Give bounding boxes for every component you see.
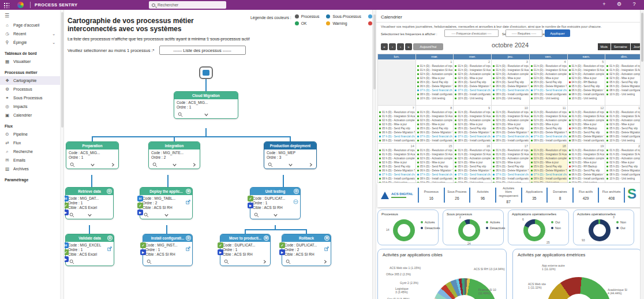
chevron-right-icon[interactable] [322, 259, 328, 264]
calendar-event[interactable]: 07 h (D) - Send financial chart [493, 134, 529, 139]
calendar-event[interactable]: 01 h (D) - Intégration SI Académique [379, 152, 415, 156]
calendar-event[interactable]: 07 h (D) - Send financial chart [417, 88, 453, 92]
calendar-event[interactable]: 01 h (D) - Intégration SI Académique [455, 114, 491, 118]
open-flow-icon[interactable] [186, 196, 190, 207]
calendar-event[interactable]: 06 h (D) - Delete Migration Table 1 [569, 173, 605, 177]
calendar-event[interactable]: 08 h (D) - Install configurations [455, 139, 491, 143]
calendar-day-cell[interactable]: 901 h (D) - Resolution of input data01 h… [454, 106, 492, 144]
sidebar-item-pipeline[interactable]: ⊙Pipeline [0, 130, 60, 139]
sidebar-item-epingle[interactable]: ⚲Épinglé⌄ [0, 38, 60, 47]
calendar-event[interactable]: 02 h (D) - Activation complète [569, 156, 605, 160]
calendar-event[interactable]: 02 h (D) - Activation complète [493, 156, 529, 160]
calendar-day-cell[interactable]: 1901 h (D) - Resolution of input data01 … [568, 144, 606, 183]
calendar-event[interactable]: 06 h (D) - Delete Migration Table 1 [417, 169, 453, 173]
calendar-event[interactable]: 02 h (D) - Mise à jour [417, 76, 453, 80]
process-node-validate-data[interactable]: Validate dataOCode : MIG_EXCELOrdre : 1C… [65, 234, 114, 266]
calendar-day-cell[interactable]: 801 h (D) - Resolution of input data01 h… [416, 106, 454, 144]
calendar-event[interactable]: 01 h (D) - Resolution of input data [531, 64, 567, 68]
calendar-event[interactable]: 08 h (D) - Install configurations [417, 139, 453, 143]
calendar-event[interactable]: 05 h (D) - Send Pay slip [606, 165, 642, 169]
calendar-day-cell[interactable]: 1601 h (D) - Resolution of input data01 … [454, 144, 492, 183]
process-node-move-to-producti[interactable]: Move to producti...MCode : DUPLICAT...Or… [220, 234, 271, 266]
calendar-event[interactable]: 07 h (D) - Send financial chart [493, 88, 529, 92]
calendar-event[interactable]: 01 h (D) - Resolution of input data [606, 148, 642, 152]
calendar-event[interactable]: 02 h (D) - Mise à jour [455, 122, 491, 126]
calendar-event[interactable]: 02 h (D) - Mise à jour [493, 160, 529, 165]
chevron-right-icon[interactable] [261, 259, 267, 264]
calendar-event[interactable]: 07 h (D) - Send financial chart [531, 134, 567, 139]
calendar-event[interactable]: 01 h (D) - Resolution of input data [417, 110, 453, 114]
calendar-event[interactable]: 01 h (D) - Intégration SI Académique [531, 114, 567, 118]
calendar-event[interactable]: 06 h (D) - Delete Migration Table 1 [493, 130, 529, 134]
sidebar-item-archives[interactable]: ▥Archives [0, 165, 60, 173]
calendar-event[interactable]: 02 h (D) - Activation complète [417, 72, 453, 76]
calendar-event[interactable]: 02 h (D) - Mise à jour [569, 76, 605, 80]
calendar-day-cell[interactable] [378, 59, 416, 106]
calendar-event[interactable]: 10 h (D) - Unit testing [455, 96, 491, 100]
calendar-event[interactable]: 07 h (D) - Send financial chart [531, 173, 567, 177]
calendar-day-cell[interactable]: 401 h (D) - Resolution of input data01 h… [530, 59, 568, 106]
calendar-event[interactable]: 02 h (D) - Mise à jour [531, 122, 567, 126]
sidebar-item-recherche[interactable]: ⌕Recherche [0, 147, 60, 156]
calendar-event[interactable]: 07 h (D) - Send financial chart [455, 134, 491, 139]
process-node-production-deployment[interactable]: Production deploymentCode : MIG_MEPOrdre… [264, 141, 317, 169]
more-options-icon[interactable] [293, 196, 298, 207]
calendar-event[interactable]: 06 h (D) - Delete Migration Table 1 [493, 84, 529, 88]
open-flow-icon[interactable] [186, 243, 190, 253]
calendar-event[interactable]: 06 h (D) - Delete Migration Table 1 [569, 88, 605, 92]
calendar-event[interactable]: 01 h (D) - Resolution of input data [379, 110, 415, 114]
search-icon[interactable] [152, 162, 158, 167]
process-node-retrieve-data[interactable]: Retrieve dataOCode : MIG_DAT...Ordre : 1… [65, 187, 114, 219]
calendar-event[interactable]: 02 h (D) - Activation complète [569, 72, 605, 76]
calendar-event[interactable]: 01 h (D) - Resolution of input data [493, 148, 529, 152]
search-icon[interactable] [69, 259, 74, 264]
calendar-event[interactable]: 04 h (D) - RH Backup [569, 80, 605, 84]
calendar-event[interactable]: 06 h (D) - Delete Migration Table 1 [417, 130, 453, 134]
calendar-event[interactable]: 01 h (D) - Intégration SI Académique [455, 152, 491, 156]
open-flow-icon[interactable] [107, 243, 112, 253]
sidebar-item-impacts[interactable]: ◎Impacts [0, 102, 60, 111]
process-node-unit-testing[interactable]: Unit testingDCode : DUPLICAT...Ordre : 1… [250, 187, 301, 219]
calendar-event[interactable]: 05 h (D) - Send Pay slip [417, 80, 453, 84]
calendar-event[interactable]: 02 h (D) - Activation complète [493, 72, 529, 76]
calendar-event[interactable]: 02 h (D) - Mise à jour [417, 160, 453, 165]
calendar-event[interactable]: 01 h (D) - Intégration SI Académique [606, 152, 642, 156]
calendar-event[interactable]: 01 h (D) - Intégration SI Académique [531, 152, 567, 156]
calendar-event[interactable]: 06 h (D) - Delete Migration Table 1 [531, 130, 567, 134]
calendar-event[interactable]: 02 h (D) - Mise à jour [569, 122, 605, 126]
calendar-event[interactable]: 05 h (D) - Send Pay slip [417, 126, 453, 130]
calendar-event[interactable]: 02 h (D) - Activation complète [493, 118, 529, 122]
chevron-right-icon[interactable] [308, 162, 313, 167]
plus-icon[interactable]: + [600, 1, 608, 7]
calendar-event[interactable]: 02 h (D) - Activation complète [379, 156, 415, 160]
open-flow-icon[interactable] [324, 243, 329, 253]
calendar-event[interactable]: 06 h (D) - Delete Migration Table 1 [455, 130, 491, 134]
calendar-event[interactable]: 02 h (D) - Mise à jour [569, 160, 605, 165]
waffle-icon[interactable] [3, 2, 9, 8]
calendar-event[interactable]: 05 h (D) - Send Pay slip [455, 126, 491, 130]
calendar-event[interactable]: 10 h (D) - Unit testing [606, 177, 642, 181]
calendar-event[interactable]: 01 h (D) - Resolution of input data [455, 64, 491, 68]
main-scrollbar-thumb[interactable] [373, 14, 376, 89]
calendar-event[interactable]: 06 h (D) - Delete Migration Table 1 [531, 169, 567, 173]
sidebar-item-page-d-accueil[interactable]: ⌂Page d'accueil [0, 21, 60, 29]
calendar-event[interactable]: 08 h (D) - Install configurations [417, 177, 453, 181]
calendar-event[interactable]: 06 h (D) - Delete Migration Table 1 [606, 169, 642, 173]
calendar-event[interactable]: 02 h (D) - Activation complète [606, 118, 642, 122]
calendar-event[interactable]: 05 h (D) - Send Pay slip [493, 80, 529, 84]
calendar-event[interactable]: 05 h (D) - Send Pay slip [606, 80, 642, 84]
calendar-day-cell[interactable]: 1101 h (D) - Resolution of input data01 … [530, 106, 568, 144]
search-icon[interactable] [285, 259, 291, 264]
chevron-down-icon[interactable] [272, 212, 278, 218]
calendar-event[interactable]: 07 h (D) - Send financial chart [455, 88, 491, 92]
calendar-event[interactable]: 01 h (D) - Intégration SI Académique [417, 114, 453, 118]
calendar-event[interactable]: 06 h (D) - Delete Migration Table 1 [379, 130, 415, 134]
calendar-event[interactable]: 08 h (D) - Install configurations [379, 139, 415, 143]
help-icon[interactable]: ? [630, 1, 638, 7]
calendar-event[interactable]: 04 h (D) - RH Backup [569, 126, 605, 130]
calendar-event[interactable]: 05 h (D) - Send Pay slip [531, 80, 567, 84]
process-node-install-configurati[interactable]: Install configurati...DCode : MIG_INST..… [143, 234, 193, 266]
calendar-event[interactable]: 08 h (D) - Install configurations [455, 92, 491, 96]
calendar-event[interactable]: 01 h (D) - Resolution of input data [417, 64, 453, 68]
search-icon[interactable] [253, 212, 259, 218]
